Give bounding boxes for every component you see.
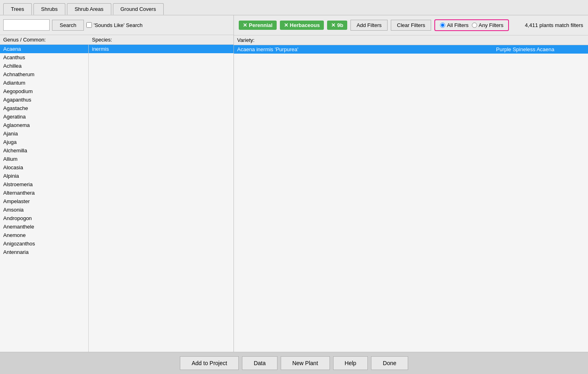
sounds-like-checkbox[interactable]: [86, 22, 92, 28]
genus-item[interactable]: Achillea: [0, 62, 88, 70]
search-bar: Search 'Sounds Like' Search: [0, 15, 234, 35]
species-item[interactable]: inermis: [89, 45, 234, 53]
any-filters-radio[interactable]: [472, 23, 477, 28]
genus-item[interactable]: Alocasia: [0, 163, 88, 172]
filter-tag-perennial-label: Perennial: [249, 22, 273, 28]
variety-headers: Variety:: [234, 35, 588, 45]
genus-item[interactable]: Alstroemeria: [0, 180, 88, 189]
genus-item[interactable]: Alchemilla: [0, 146, 88, 155]
done-button[interactable]: Done: [371, 356, 408, 370]
close-herbaceous-icon[interactable]: ✕: [284, 22, 288, 28]
clear-filters-button[interactable]: Clear Filters: [391, 20, 431, 31]
filter-tag-perennial[interactable]: ✕ Perennial: [239, 21, 277, 30]
any-filters-text: Any Filters: [479, 22, 503, 28]
genus-item[interactable]: Agapanthus: [0, 96, 88, 104]
any-filters-label[interactable]: Any Filters: [472, 22, 503, 28]
genus-item[interactable]: Acanthus: [0, 53, 88, 62]
filter-tag-9b[interactable]: ✕ 9b: [327, 21, 347, 30]
species-header: Species:: [92, 37, 230, 43]
close-9b-icon[interactable]: ✕: [331, 22, 336, 28]
new-plant-button[interactable]: New Plant: [281, 356, 330, 370]
genus-item[interactable]: Ampelaster: [0, 197, 88, 206]
genus-item[interactable]: Aglaonema: [0, 121, 88, 129]
genus-item[interactable]: Acaena: [0, 45, 88, 53]
all-filters-text: All Filters: [447, 22, 468, 28]
species-column: inermis: [89, 45, 234, 352]
right-panel: ✕ Perennial ✕ Herbaceous ✕ 9b Add Filter…: [234, 15, 588, 352]
bottom-bar: Add to Project Data New Plant Help Done: [0, 352, 588, 374]
genus-item[interactable]: Amsonia: [0, 206, 88, 214]
filter-tag-herbaceous-label: Herbaceous: [290, 22, 320, 28]
add-filters-button[interactable]: Add Filters: [350, 20, 388, 31]
genus-item[interactable]: Ajuga: [0, 138, 88, 146]
main-area: Search 'Sounds Like' Search Genus / Comm…: [0, 15, 588, 352]
tab-shrub-areas[interactable]: Shrub Areas: [67, 3, 111, 15]
variety-item[interactable]: Acaena inermis 'Purpurea'Purple Spineles…: [234, 45, 588, 54]
add-to-project-button[interactable]: Add to Project: [180, 356, 239, 370]
genus-item[interactable]: Agastache: [0, 104, 88, 112]
help-button[interactable]: Help: [333, 356, 368, 370]
variety-name: Acaena inermis 'Purpurea': [237, 46, 496, 52]
variety-header: Variety:: [237, 37, 585, 43]
close-perennial-icon[interactable]: ✕: [243, 22, 247, 28]
tab-trees[interactable]: Trees: [3, 3, 32, 15]
genus-item[interactable]: Andropogon: [0, 214, 88, 222]
all-filters-label[interactable]: All Filters: [440, 22, 468, 28]
tab-ground-covers[interactable]: Ground Covers: [113, 3, 164, 15]
genus-item[interactable]: Anemone: [0, 231, 88, 239]
genus-item[interactable]: Ajania: [0, 129, 88, 138]
genus-item[interactable]: Antennaria: [0, 248, 88, 256]
search-input[interactable]: [3, 19, 50, 31]
variety-common-name: Purple Spineless Acaena: [496, 46, 585, 52]
search-button[interactable]: Search: [52, 20, 84, 31]
genus-item[interactable]: Achnatherum: [0, 70, 88, 79]
all-filters-radio[interactable]: [440, 23, 445, 28]
sounds-like-text: 'Sounds Like' Search: [94, 22, 142, 28]
filter-tag-9b-label: 9b: [337, 22, 343, 28]
plant-list: AcaenaAcanthusAchilleaAchnatherumAdiantu…: [0, 45, 234, 352]
genus-item[interactable]: Alpinia: [0, 172, 88, 180]
variety-container: Variety: Acaena inermis 'Purpurea'Purple…: [234, 35, 588, 352]
plant-list-container: Genus / Common: Species: AcaenaAcanthusA…: [0, 35, 234, 352]
filter-radio-box: All Filters Any Filters: [434, 19, 509, 31]
left-panel: Search 'Sounds Like' Search Genus / Comm…: [0, 15, 234, 352]
tab-shrubs[interactable]: Shrubs: [33, 3, 65, 15]
genus-header: Genus / Common:: [3, 37, 92, 43]
genus-item[interactable]: Allium: [0, 155, 88, 163]
genus-item[interactable]: Anigozanthos: [0, 239, 88, 248]
genus-item[interactable]: Aegopodium: [0, 87, 88, 96]
filter-tag-herbaceous[interactable]: ✕ Herbaceous: [280, 21, 324, 30]
genus-item[interactable]: Adiantum: [0, 79, 88, 87]
variety-list: Acaena inermis 'Purpurea'Purple Spineles…: [234, 45, 588, 352]
genus-column: AcaenaAcanthusAchilleaAchnatherumAdiantu…: [0, 45, 89, 352]
sounds-like-label[interactable]: 'Sounds Like' Search: [86, 22, 142, 28]
tab-bar: Trees Shrubs Shrub Areas Ground Covers: [0, 0, 588, 15]
genus-item[interactable]: Anemanthele: [0, 222, 88, 231]
genus-item[interactable]: Alternanthera: [0, 189, 88, 197]
filter-bar: ✕ Perennial ✕ Herbaceous ✕ 9b Add Filter…: [234, 15, 588, 35]
genus-item[interactable]: Ageratina: [0, 112, 88, 121]
list-headers: Genus / Common: Species:: [0, 35, 234, 45]
data-button[interactable]: Data: [242, 356, 277, 370]
plant-count: 4,411 plants match filters: [525, 22, 583, 28]
